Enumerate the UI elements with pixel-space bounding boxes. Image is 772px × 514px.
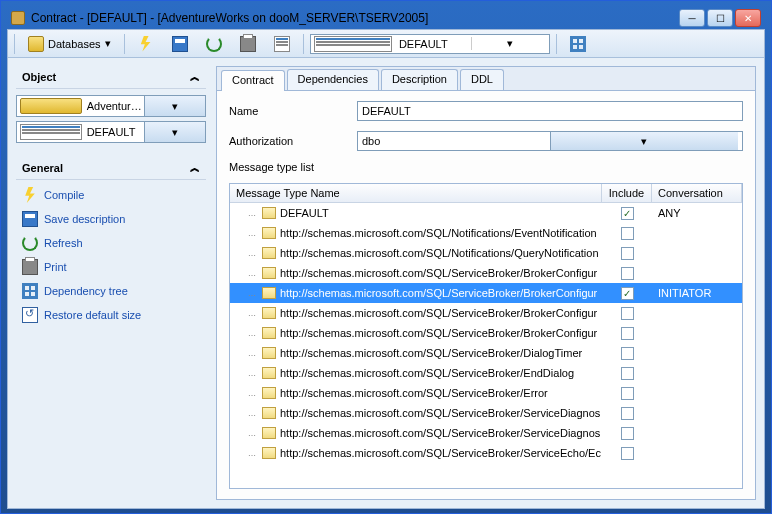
action-dependency-tree[interactable]: Dependency tree (16, 280, 206, 302)
message-icon (262, 267, 276, 279)
object-selector[interactable]: DEFAULT ▾ (16, 121, 206, 143)
details-panel: ContractDependenciesDescriptionDDL Name … (216, 66, 756, 500)
minimize-button[interactable]: ─ (679, 9, 705, 27)
message-type-name: http://schemas.microsoft.com/SQL/Service… (280, 407, 600, 419)
message-icon (262, 247, 276, 259)
message-type-name: http://schemas.microsoft.com/SQL/Service… (280, 307, 597, 319)
message-type-row[interactable]: DEFAULTANY (230, 203, 742, 223)
window-title: Contract - [DEFAULT] - [AdventureWorks o… (31, 11, 679, 25)
include-checkbox[interactable] (621, 307, 634, 320)
include-checkbox[interactable] (621, 347, 634, 360)
include-checkbox[interactable] (621, 407, 634, 420)
tree-tb-button[interactable] (563, 33, 593, 55)
message-type-name: http://schemas.microsoft.com/SQL/Service… (280, 347, 582, 359)
database-icon (28, 36, 44, 52)
action-icon (22, 283, 38, 299)
tab-body: Name Authorization dbo ▾ Message type li… (217, 91, 755, 499)
authorization-select[interactable]: dbo ▾ (357, 131, 743, 151)
toolbar-combo[interactable]: DEFAULT ▾ (310, 34, 550, 54)
close-button[interactable]: ✕ (735, 9, 761, 27)
message-type-row[interactable]: http://schemas.microsoft.com/SQL/Service… (230, 283, 742, 303)
col-header-include[interactable]: Include (602, 184, 652, 202)
include-checkbox[interactable] (621, 227, 634, 240)
action-save-description[interactable]: Save description (16, 208, 206, 230)
doc-tb-button[interactable] (267, 33, 297, 55)
action-icon (22, 211, 38, 227)
message-type-row[interactable]: http://schemas.microsoft.com/SQL/Service… (230, 343, 742, 363)
message-type-row[interactable]: http://schemas.microsoft.com/SQL/Service… (230, 323, 742, 343)
action-print[interactable]: Print (16, 256, 206, 278)
message-type-row[interactable]: http://schemas.microsoft.com/SQL/Notific… (230, 243, 742, 263)
object-section-header[interactable]: Object ︽ (16, 66, 206, 89)
database-selector[interactable]: AdventureWorks on dooM ▾ (16, 95, 206, 117)
compile-tb-button[interactable] (131, 33, 161, 55)
action-restore-default-size[interactable]: Restore default size (16, 304, 206, 326)
include-checkbox[interactable] (621, 427, 634, 440)
include-checkbox[interactable] (621, 267, 634, 280)
action-label: Print (44, 261, 67, 273)
collapse-icon: ︽ (190, 161, 200, 175)
message-icon (262, 427, 276, 439)
conversation-value: INITIATOR (652, 287, 742, 299)
chevron-down-icon[interactable]: ▾ (550, 132, 739, 150)
action-icon (22, 235, 38, 251)
message-type-row[interactable]: http://schemas.microsoft.com/SQL/Service… (230, 303, 742, 323)
object-label: Object (22, 71, 56, 83)
message-type-name: http://schemas.microsoft.com/SQL/Service… (280, 387, 548, 399)
message-type-row[interactable]: http://schemas.microsoft.com/SQL/Service… (230, 363, 742, 383)
tab-ddl[interactable]: DDL (460, 69, 504, 90)
message-type-name: http://schemas.microsoft.com/SQL/Service… (280, 447, 601, 459)
doc-icon (20, 124, 82, 140)
include-checkbox[interactable] (621, 327, 634, 340)
chevron-down-icon[interactable]: ▾ (144, 96, 205, 116)
include-checkbox[interactable] (621, 367, 634, 380)
message-icon (262, 287, 276, 299)
include-checkbox[interactable] (621, 247, 634, 260)
col-header-name[interactable]: Message Type Name (230, 184, 602, 202)
message-icon (262, 447, 276, 459)
action-icon (22, 259, 38, 275)
message-type-row[interactable]: http://schemas.microsoft.com/SQL/Service… (230, 443, 742, 463)
tree-connector-icon (248, 268, 258, 278)
include-checkbox[interactable] (621, 387, 634, 400)
general-section-header[interactable]: General ︽ (16, 157, 206, 180)
print-tb-button[interactable] (233, 33, 263, 55)
chevron-down-icon[interactable]: ▾ (144, 122, 205, 142)
save-tb-button[interactable] (165, 33, 195, 55)
include-checkbox[interactable] (621, 287, 634, 300)
message-type-row[interactable]: http://schemas.microsoft.com/SQL/Notific… (230, 223, 742, 243)
action-compile[interactable]: Compile (16, 184, 206, 206)
col-header-conversation[interactable]: Conversation (652, 184, 742, 202)
message-icon (262, 347, 276, 359)
message-type-list[interactable]: Message Type Name Include Conversation D… (229, 183, 743, 489)
list-header: Message Type Name Include Conversation (230, 184, 742, 203)
message-type-row[interactable]: http://schemas.microsoft.com/SQL/Service… (230, 383, 742, 403)
databases-button[interactable]: Databases ▾ (21, 33, 118, 55)
tab-strip: ContractDependenciesDescriptionDDL (217, 67, 755, 91)
titlebar[interactable]: Contract - [DEFAULT] - [AdventureWorks o… (7, 7, 765, 29)
action-refresh[interactable]: Refresh (16, 232, 206, 254)
tree-connector-icon (248, 328, 258, 338)
message-type-name: http://schemas.microsoft.com/SQL/Service… (280, 367, 574, 379)
include-checkbox[interactable] (621, 207, 634, 220)
action-label: Save description (44, 213, 125, 225)
tree-connector-icon (248, 308, 258, 318)
message-type-name: http://schemas.microsoft.com/SQL/Notific… (280, 227, 597, 239)
message-type-row[interactable]: http://schemas.microsoft.com/SQL/Service… (230, 423, 742, 443)
tree-connector-icon (248, 228, 258, 238)
tab-description[interactable]: Description (381, 69, 458, 90)
tree-connector-icon (248, 408, 258, 418)
tab-dependencies[interactable]: Dependencies (287, 69, 379, 90)
message-type-row[interactable]: http://schemas.microsoft.com/SQL/Service… (230, 403, 742, 423)
sidebar: Object ︽ AdventureWorks on dooM ▾ DEFAUL… (16, 66, 206, 500)
maximize-button[interactable]: ☐ (707, 9, 733, 27)
combo-doc-icon (314, 36, 392, 52)
collapse-icon: ︽ (190, 70, 200, 84)
include-checkbox[interactable] (621, 447, 634, 460)
refresh-tb-button[interactable] (199, 33, 229, 55)
name-input[interactable] (357, 101, 743, 121)
tab-contract[interactable]: Contract (221, 70, 285, 91)
print-icon (240, 36, 256, 52)
message-type-row[interactable]: http://schemas.microsoft.com/SQL/Service… (230, 263, 742, 283)
chevron-down-icon[interactable]: ▾ (471, 37, 548, 50)
